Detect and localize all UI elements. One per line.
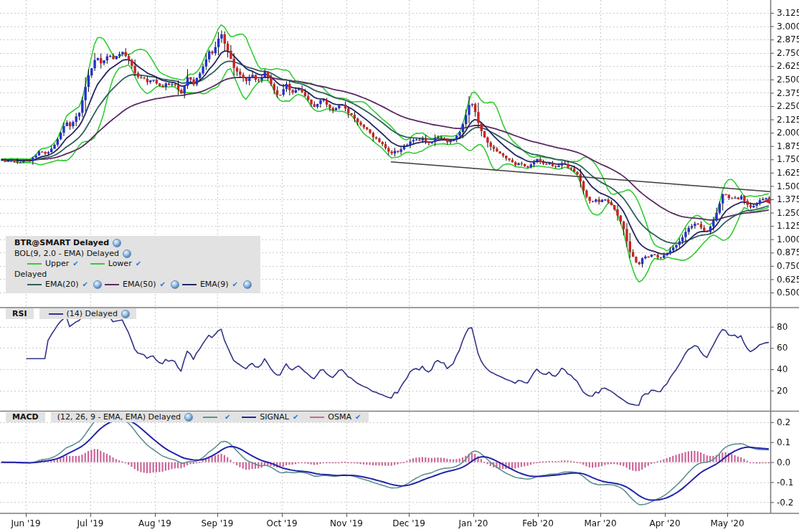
ema50-swatch — [105, 284, 119, 285]
delayed-data-globe-icon — [113, 239, 121, 247]
upper-band-label: Upper — [45, 259, 69, 270]
symbol-title: BTR@SMART Delayed — [14, 238, 109, 249]
lower-band-checkbox[interactable]: ✔ — [136, 259, 141, 270]
bollinger-legend-label: BOL(9, 2.0 - EMA) Delayed — [14, 249, 119, 260]
macd-params-label: (12, 26, 9 - EMA, EMA) Delayed — [57, 412, 181, 422]
signal-label: SIGNAL — [260, 412, 289, 422]
delayed-data-globe-icon — [243, 280, 252, 289]
rsi-swatch — [49, 313, 63, 315]
ema20-swatch — [27, 284, 42, 285]
upper-band-swatch — [27, 263, 42, 265]
macd-series-chip: (12, 26, 9 - EMA, EMA) Delayed ✔ SIGNAL … — [51, 412, 369, 422]
ema9-swatch — [182, 284, 197, 285]
osma-checkbox[interactable]: ✔ — [355, 412, 361, 422]
macd-title: MACD — [6, 412, 45, 422]
lower-band-label: Lower — [108, 259, 132, 270]
ema50-label: EMA(50) — [123, 280, 156, 290]
ema20-label: EMA(20) — [45, 280, 79, 290]
rsi-legend: RSI (14) Delayed — [6, 308, 136, 319]
lower-band-swatch — [90, 263, 105, 265]
delayed-data-globe-icon — [171, 280, 179, 289]
osma-swatch — [310, 417, 324, 418]
delayed-data-globe-icon — [123, 250, 131, 258]
ema9-label: EMA(9) — [200, 280, 229, 290]
main-chart-legend: BTR@SMART Delayed BOL(9, 2.0 - EMA) Dela… — [6, 236, 260, 293]
delayed-data-globe-icon — [93, 280, 102, 289]
delayed-data-globe-icon — [121, 310, 130, 318]
rsi-title: RSI — [6, 308, 34, 319]
macd-line-swatch — [203, 417, 217, 418]
rsi-series-label: (14) Delayed — [67, 309, 118, 318]
signal-checkbox[interactable]: ✔ — [293, 412, 298, 422]
delayed-label: Delayed — [14, 270, 47, 280]
ema50-checkbox[interactable]: ✔ — [159, 280, 165, 290]
upper-band-checkbox[interactable]: ✔ — [72, 259, 78, 270]
ema9-checkbox[interactable]: ✔ — [232, 280, 237, 290]
macd-line-checkbox[interactable]: ✔ — [224, 412, 230, 422]
signal-swatch — [242, 417, 256, 418]
macd-legend: MACD (12, 26, 9 - EMA, EMA) Delayed ✔ SI… — [6, 412, 369, 422]
delayed-data-globe-icon — [184, 413, 193, 422]
osma-label: OSMA — [328, 412, 351, 422]
rsi-series-chip: (14) Delayed — [39, 308, 136, 319]
chart-window: BTR@SMART Delayed BOL(9, 2.0 - EMA) Dela… — [0, 0, 799, 532]
ema20-checkbox[interactable]: ✔ — [82, 280, 88, 290]
